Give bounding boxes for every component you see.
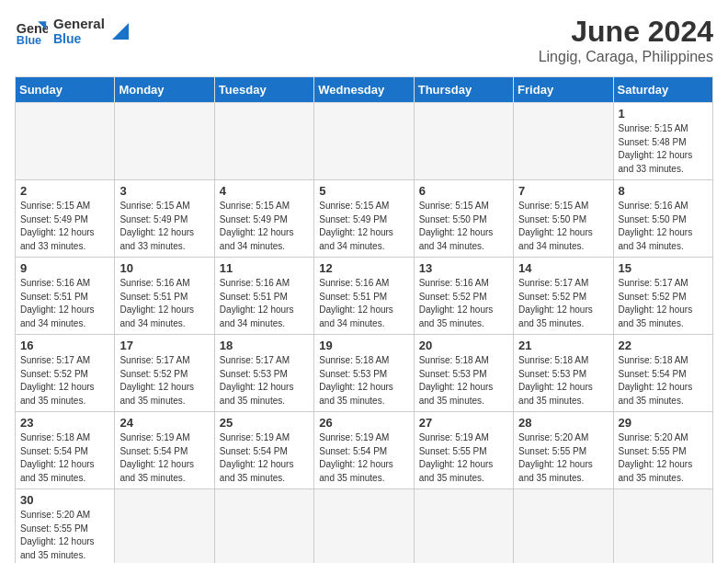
calendar-week-row: 1Sunrise: 5:15 AM Sunset: 5:48 PM Daylig… — [16, 103, 713, 180]
calendar-cell: 3Sunrise: 5:15 AM Sunset: 5:49 PM Daylig… — [115, 180, 214, 258]
calendar-cell — [314, 489, 414, 564]
calendar-cell: 7Sunrise: 5:15 AM Sunset: 5:50 PM Daylig… — [514, 180, 613, 258]
day-number: 15 — [619, 261, 708, 275]
day-info: Sunrise: 5:18 AM Sunset: 5:53 PM Dayligh… — [319, 354, 408, 408]
day-info: Sunrise: 5:19 AM Sunset: 5:54 PM Dayligh… — [220, 431, 309, 485]
calendar-cell — [613, 489, 712, 564]
header-monday: Monday — [115, 77, 214, 103]
day-info: Sunrise: 5:15 AM Sunset: 5:50 PM Dayligh… — [419, 200, 508, 253]
calendar-cell: 21Sunrise: 5:18 AM Sunset: 5:53 PM Dayli… — [514, 335, 613, 412]
day-info: Sunrise: 5:15 AM Sunset: 5:49 PM Dayligh… — [20, 200, 109, 253]
day-number: 1 — [619, 107, 708, 121]
day-info: Sunrise: 5:16 AM Sunset: 5:51 PM Dayligh… — [220, 277, 309, 330]
day-number: 12 — [319, 261, 408, 275]
calendar-table: SundayMondayTuesdayWednesdayThursdayFrid… — [15, 76, 713, 563]
calendar-cell: 19Sunrise: 5:18 AM Sunset: 5:53 PM Dayli… — [314, 335, 414, 412]
day-info: Sunrise: 5:17 AM Sunset: 5:52 PM Dayligh… — [518, 277, 608, 330]
calendar-cell: 6Sunrise: 5:15 AM Sunset: 5:50 PM Daylig… — [414, 180, 513, 258]
calendar-subtitle: Lingig, Caraga, Philippines — [539, 49, 713, 65]
day-info: Sunrise: 5:17 AM Sunset: 5:53 PM Dayligh… — [220, 354, 309, 408]
calendar-cell: 28Sunrise: 5:20 AM Sunset: 5:55 PM Dayli… — [514, 412, 613, 489]
day-number: 20 — [419, 339, 508, 352]
day-number: 28 — [518, 416, 608, 430]
title-area: June 2024 Lingig, Caraga, Philippines — [539, 15, 713, 65]
header-thursday: Thursday — [414, 77, 513, 103]
day-info: Sunrise: 5:15 AM Sunset: 5:50 PM Dayligh… — [518, 200, 608, 253]
header-saturday: Saturday — [613, 77, 712, 103]
calendar-cell: 26Sunrise: 5:19 AM Sunset: 5:54 PM Dayli… — [314, 412, 414, 489]
day-number: 6 — [419, 184, 508, 198]
day-number: 25 — [220, 416, 309, 430]
day-info: Sunrise: 5:15 AM Sunset: 5:49 PM Dayligh… — [220, 200, 309, 253]
calendar-cell: 16Sunrise: 5:17 AM Sunset: 5:52 PM Dayli… — [16, 335, 115, 412]
day-info: Sunrise: 5:16 AM Sunset: 5:52 PM Dayligh… — [419, 277, 508, 330]
calendar-cell: 5Sunrise: 5:15 AM Sunset: 5:49 PM Daylig… — [314, 180, 414, 258]
day-number: 30 — [20, 493, 109, 507]
calendar-cell: 8Sunrise: 5:16 AM Sunset: 5:50 PM Daylig… — [613, 180, 712, 258]
calendar-cell: 27Sunrise: 5:19 AM Sunset: 5:55 PM Dayli… — [414, 412, 513, 489]
day-info: Sunrise: 5:16 AM Sunset: 5:51 PM Dayligh… — [20, 277, 109, 330]
day-number: 5 — [319, 184, 408, 198]
calendar-week-row: 2Sunrise: 5:15 AM Sunset: 5:49 PM Daylig… — [16, 180, 713, 258]
calendar-cell: 4Sunrise: 5:15 AM Sunset: 5:49 PM Daylig… — [214, 180, 313, 258]
calendar-cell — [514, 489, 613, 564]
day-number: 19 — [319, 339, 408, 352]
svg-marker-3 — [112, 23, 129, 40]
day-info: Sunrise: 5:17 AM Sunset: 5:52 PM Dayligh… — [119, 354, 209, 408]
day-number: 26 — [319, 416, 408, 430]
day-number: 10 — [119, 261, 209, 275]
day-info: Sunrise: 5:18 AM Sunset: 5:53 PM Dayligh… — [518, 354, 608, 408]
day-number: 13 — [419, 261, 508, 275]
calendar-cell: 22Sunrise: 5:18 AM Sunset: 5:54 PM Dayli… — [613, 335, 712, 412]
day-number: 22 — [619, 339, 708, 352]
calendar-cell: 13Sunrise: 5:16 AM Sunset: 5:52 PM Dayli… — [414, 258, 513, 335]
logo-icon: General Blue — [15, 15, 48, 48]
day-number: 14 — [518, 261, 608, 275]
calendar-cell: 15Sunrise: 5:17 AM Sunset: 5:52 PM Dayli… — [613, 258, 712, 335]
day-info: Sunrise: 5:16 AM Sunset: 5:51 PM Dayligh… — [119, 277, 209, 330]
day-number: 4 — [220, 184, 309, 198]
day-info: Sunrise: 5:20 AM Sunset: 5:55 PM Dayligh… — [518, 431, 608, 485]
calendar-cell: 25Sunrise: 5:19 AM Sunset: 5:54 PM Dayli… — [214, 412, 313, 489]
calendar-cell: 23Sunrise: 5:18 AM Sunset: 5:54 PM Dayli… — [16, 412, 115, 489]
day-info: Sunrise: 5:18 AM Sunset: 5:54 PM Dayligh… — [20, 431, 109, 485]
calendar-week-row: 16Sunrise: 5:17 AM Sunset: 5:52 PM Dayli… — [16, 335, 713, 412]
calendar-cell: 18Sunrise: 5:17 AM Sunset: 5:53 PM Dayli… — [214, 335, 313, 412]
logo-blue: Blue — [53, 32, 105, 46]
day-number: 27 — [419, 416, 508, 430]
calendar-cell — [314, 103, 414, 180]
day-number: 21 — [518, 339, 608, 352]
day-info: Sunrise: 5:19 AM Sunset: 5:54 PM Dayligh… — [119, 431, 209, 485]
calendar-week-row: 30Sunrise: 5:20 AM Sunset: 5:55 PM Dayli… — [16, 489, 713, 564]
calendar-week-row: 23Sunrise: 5:18 AM Sunset: 5:54 PM Dayli… — [16, 412, 713, 489]
calendar-title: June 2024 — [539, 15, 713, 49]
calendar-cell: 14Sunrise: 5:17 AM Sunset: 5:52 PM Dayli… — [514, 258, 613, 335]
day-number: 3 — [119, 184, 209, 198]
header-sunday: Sunday — [16, 77, 115, 103]
day-number: 29 — [619, 416, 708, 430]
day-info: Sunrise: 5:20 AM Sunset: 5:55 PM Dayligh… — [619, 431, 708, 485]
day-info: Sunrise: 5:17 AM Sunset: 5:52 PM Dayligh… — [619, 277, 708, 330]
day-number: 11 — [220, 261, 309, 275]
calendar-week-row: 9Sunrise: 5:16 AM Sunset: 5:51 PM Daylig… — [16, 258, 713, 335]
calendar-cell: 1Sunrise: 5:15 AM Sunset: 5:48 PM Daylig… — [613, 103, 712, 180]
day-info: Sunrise: 5:15 AM Sunset: 5:48 PM Dayligh… — [619, 122, 708, 176]
calendar-cell: 30Sunrise: 5:20 AM Sunset: 5:55 PM Dayli… — [16, 489, 115, 564]
calendar-cell — [214, 489, 313, 564]
day-info: Sunrise: 5:15 AM Sunset: 5:49 PM Dayligh… — [319, 200, 408, 253]
day-number: 17 — [119, 339, 209, 352]
calendar-cell — [115, 489, 214, 564]
calendar-cell: 24Sunrise: 5:19 AM Sunset: 5:54 PM Dayli… — [115, 412, 214, 489]
day-info: Sunrise: 5:16 AM Sunset: 5:50 PM Dayligh… — [619, 200, 708, 253]
calendar-cell — [514, 103, 613, 180]
day-number: 7 — [518, 184, 608, 198]
calendar-cell: 11Sunrise: 5:16 AM Sunset: 5:51 PM Dayli… — [214, 258, 313, 335]
calendar-cell: 12Sunrise: 5:16 AM Sunset: 5:51 PM Dayli… — [314, 258, 414, 335]
calendar-cell — [214, 103, 313, 180]
calendar-cell — [414, 103, 513, 180]
calendar-cell: 2Sunrise: 5:15 AM Sunset: 5:49 PM Daylig… — [16, 180, 115, 258]
day-number: 16 — [20, 339, 109, 352]
day-info: Sunrise: 5:19 AM Sunset: 5:54 PM Dayligh… — [319, 431, 408, 485]
day-number: 23 — [20, 416, 109, 430]
day-number: 2 — [20, 184, 109, 198]
